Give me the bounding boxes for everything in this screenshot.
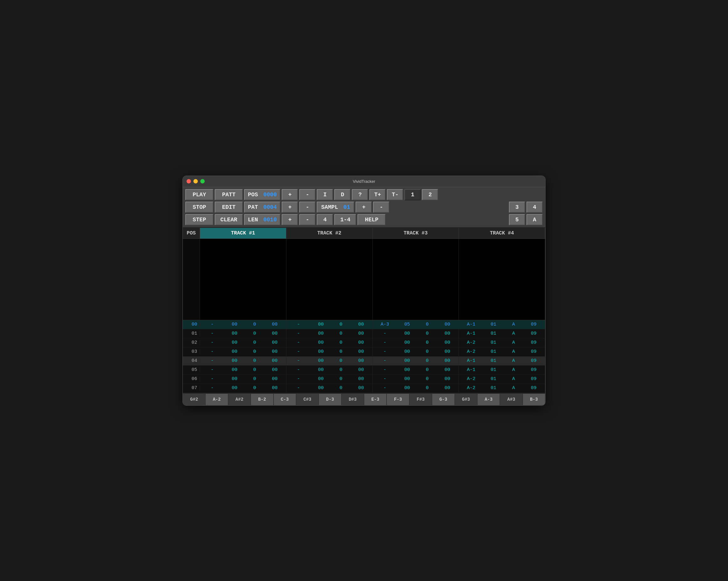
track-3-cell-00[interactable]: A-3 05 0 00	[373, 320, 459, 329]
track-1-cell-07[interactable]: - 00 0 00	[200, 384, 286, 393]
track-3-cell-04[interactable]: - 00 0 00	[373, 357, 459, 365]
step-button[interactable]: STEP	[185, 214, 213, 225]
btna-button[interactable]: A	[526, 214, 543, 225]
btn4-label-button[interactable]: 4	[317, 214, 333, 225]
table-row[interactable]: 06 - 00 0 00 - 00 0 00 - 00 0 00	[183, 375, 545, 384]
track-1-cell-02[interactable]: - 00 0 00	[200, 338, 286, 347]
stop-button[interactable]: STOP	[185, 202, 213, 213]
btn1-button[interactable]: 1	[405, 189, 421, 200]
track-3-cell-01[interactable]: - 00 0 00	[373, 329, 459, 338]
pat-button[interactable]: PAT 0004	[244, 202, 281, 213]
piano-key-b3[interactable]: B-3	[523, 394, 545, 405]
track-1-cell-06[interactable]: - 00 0 00	[200, 375, 286, 383]
pos-minus-button[interactable]: -	[299, 189, 315, 200]
track-1-cell-03[interactable]: - 00 0 00	[200, 348, 286, 356]
track-2-cell-06[interactable]: - 00 0 00	[286, 375, 373, 383]
piano-key-b2[interactable]: B-2	[251, 394, 273, 405]
track-3-cell-02[interactable]: - 00 0 00	[373, 338, 459, 347]
help-button[interactable]: HELP	[358, 214, 386, 225]
track-1-cell-01[interactable]: - 00 0 00	[200, 329, 286, 338]
track-1-cell-04[interactable]: - 00 0 00	[200, 357, 286, 365]
track-2-cell-01[interactable]: - 00 0 00	[286, 329, 373, 338]
track-2-cell-04[interactable]: - 00 0 00	[286, 357, 373, 365]
clear-button[interactable]: CLEAR	[215, 214, 243, 225]
track-3-cell-05[interactable]: - 00 0 00	[373, 365, 459, 374]
q-button[interactable]: ?	[352, 189, 368, 200]
table-row[interactable]: 04 - 00 0 00 - 00 0 00 - 00 0 00	[183, 357, 545, 365]
tminus-button[interactable]: T-	[387, 189, 403, 200]
sampl-button[interactable]: SAMPL 01	[317, 202, 354, 213]
track-4-cell-02[interactable]: A-2 01 A 09	[459, 338, 545, 347]
piano-key-gs2[interactable]: G#2	[183, 394, 205, 405]
piano-key-g3[interactable]: G-3	[432, 394, 454, 405]
table-row[interactable]: 07 - 00 0 00 - 00 0 00 - 00 0 00	[183, 384, 545, 393]
track-4-header[interactable]: TRACK #4	[459, 228, 545, 238]
piano-key-a3[interactable]: A-3	[477, 394, 500, 405]
piano-key-f3[interactable]: F-3	[387, 394, 409, 405]
track-2-cell-02[interactable]: - 00 0 00	[286, 338, 373, 347]
btn4-button[interactable]: 4	[526, 202, 543, 213]
piano-key-as3[interactable]: A#3	[500, 394, 522, 405]
track-4-cell-06[interactable]: A-2 01 A 09	[459, 375, 545, 383]
len-plus-button[interactable]: +	[282, 214, 298, 225]
btn3-button[interactable]: 3	[509, 202, 525, 213]
table-row[interactable]: 03 - 00 0 00 - 00 0 00 - 00 0 00	[183, 348, 545, 357]
track-3-cell-06[interactable]: - 00 0 00	[373, 375, 459, 383]
table-row[interactable]: 05 - 00 0 00 - 00 0 00 - 00 0 00	[183, 365, 545, 375]
piano-key-e3[interactable]: E-3	[364, 394, 387, 405]
t4-ins: 01	[490, 322, 497, 327]
track-2-cell-00[interactable]: - 00 0 00	[286, 320, 373, 329]
patt-button[interactable]: PATT	[215, 189, 243, 200]
row-pos-05: 05	[183, 367, 200, 373]
pos-label: POS	[248, 192, 258, 198]
btn5-button[interactable]: 5	[509, 214, 525, 225]
close-button[interactable]	[186, 179, 191, 183]
track-4-cell-01[interactable]: A-1 01 A 09	[459, 329, 545, 338]
track-1-cell-05[interactable]: - 00 0 00	[200, 365, 286, 374]
pat-plus-button[interactable]: +	[282, 202, 298, 213]
sampl-minus-button[interactable]: -	[373, 202, 389, 213]
tplus-button[interactable]: T+	[369, 189, 386, 200]
piano-key-a2[interactable]: A-2	[205, 394, 228, 405]
sampl-plus-button[interactable]: +	[356, 202, 372, 213]
len-minus-button[interactable]: -	[299, 214, 315, 225]
minimize-button[interactable]	[193, 179, 198, 183]
track-4-cell-05[interactable]: A-1 01 A 09	[459, 365, 545, 374]
piano-key-ds3[interactable]: D#3	[341, 394, 364, 405]
piano-key-d3[interactable]: D-3	[319, 394, 341, 405]
piano-key-c3[interactable]: C-3	[274, 394, 296, 405]
piano-key-fs3[interactable]: F#3	[409, 394, 432, 405]
track-4-cell-04[interactable]: A-1 01 A 09	[459, 357, 545, 365]
track-3-header[interactable]: TRACK #3	[373, 228, 459, 238]
track-2-cell-03[interactable]: - 00 0 00	[286, 348, 373, 356]
piano-key-cs3[interactable]: C#3	[296, 394, 319, 405]
track-4-cell-03[interactable]: A-2 01 A 09	[459, 348, 545, 356]
d-button[interactable]: D	[334, 189, 350, 200]
table-row[interactable]: 00 - 00 0 00 - 00 0 00 A-3 05 0 00	[183, 320, 545, 329]
track-1-header[interactable]: TRACK #1	[200, 228, 286, 238]
track-2-header[interactable]: TRACK #2	[286, 228, 373, 238]
table-row[interactable]: 02 - 00 0 00 - 00 0 00 - 00 0 00	[183, 338, 545, 348]
pat-value: 0004	[263, 204, 277, 210]
edit-button[interactable]: EDIT	[215, 202, 243, 213]
piano-key-gs3[interactable]: G#3	[455, 394, 477, 405]
table-row[interactable]: 01 - 00 0 00 - 00 0 00 - 00 0 00	[183, 329, 545, 338]
track-3-cell-03[interactable]: - 00 0 00	[373, 348, 459, 356]
i-button[interactable]: I	[317, 189, 333, 200]
len-button[interactable]: LEN 0010	[244, 214, 281, 225]
play-button[interactable]: PLAY	[185, 189, 213, 200]
pos-button[interactable]: POS 0000	[244, 189, 281, 200]
btn14-button[interactable]: 1-4	[334, 214, 356, 225]
track-2-cell-05[interactable]: - 00 0 00	[286, 365, 373, 374]
track-2-cell-07[interactable]: - 00 0 00	[286, 384, 373, 393]
track-3-cell-07[interactable]: - 00 0 00	[373, 384, 459, 393]
toolbar: PLAY PATT POS 0000 + - I D ? T+ T- 1 2 S…	[183, 187, 545, 228]
pat-minus-button[interactable]: -	[299, 202, 315, 213]
pos-plus-button[interactable]: +	[282, 189, 298, 200]
track-1-cell-00[interactable]: - 00 0 00	[200, 320, 286, 329]
maximize-button[interactable]	[200, 179, 205, 183]
piano-key-as2[interactable]: A#2	[228, 394, 251, 405]
track-4-cell-07[interactable]: A-2 01 A 09	[459, 384, 545, 393]
btn2-button[interactable]: 2	[422, 189, 438, 200]
track-4-cell-00[interactable]: A-1 01 A 09	[459, 320, 545, 329]
